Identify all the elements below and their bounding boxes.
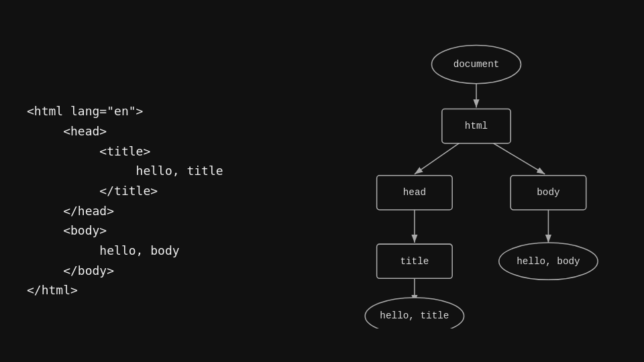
dom-tree-diagram: document html head body title hello, bod… — [335, 34, 617, 328]
node-hello-body-label: hello, body — [517, 256, 580, 267]
tree-panel: document html head body title hello, bod… — [309, 0, 644, 362]
node-html-label: html — [465, 121, 488, 131]
node-head-label: head — [403, 187, 426, 198]
node-hello-title-label: hello, title — [380, 310, 449, 321]
node-body-label: body — [537, 187, 560, 198]
code-panel: <html lang="en"> <head> <title> hello, t… — [0, 0, 309, 362]
node-document-label: document — [453, 59, 500, 70]
connector-html-body — [494, 143, 545, 174]
connector-html-head — [415, 143, 460, 174]
code-block: <html lang="en"> <head> <title> hello, t… — [27, 62, 282, 300]
node-title-label: title — [400, 256, 429, 267]
